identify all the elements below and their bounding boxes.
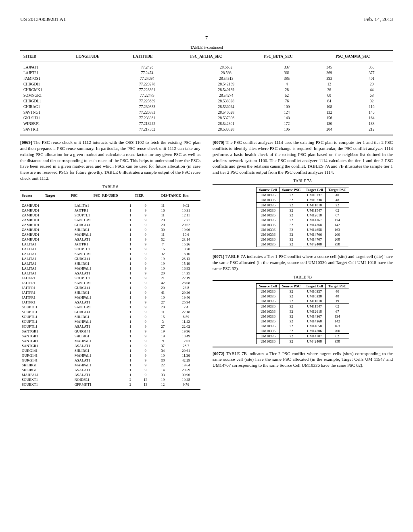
- para-0069: [0069] The PSC reuse check unit 1112 int…: [20, 139, 200, 181]
- table-row: UM1033632UM1101819: [257, 299, 349, 304]
- table-row: SOUPTL1ASALAT1192722.02: [20, 324, 200, 329]
- table-7a-title: TABLE 7A: [213, 179, 393, 183]
- col-header: PSC_GAMMA_SEC: [313, 54, 393, 59]
- col-header: DIS-TANCE_Km: [149, 193, 200, 198]
- table-row: SOUPTL1SANTGR119207.4: [20, 305, 200, 310]
- table-row: ZAMRUD1SHLIBG1193019.96: [20, 227, 200, 232]
- para-num: [0071]: [213, 254, 224, 259]
- table-row: ZAMRUD1SANTGR1192017.77: [20, 218, 200, 222]
- para-text: The PSC conflict analyzer 1114 uses the …: [213, 140, 393, 175]
- para-text: TABLE 7B indicates a Tier 2 PSC conflict…: [213, 351, 393, 368]
- table-row: UM1033632UM1261867: [257, 213, 349, 218]
- table-row: UM1033632UM1033740: [257, 289, 349, 294]
- table-row: CHIRAG177.23083328.536694100108116: [20, 104, 393, 110]
- table-row: SANTGR1MAHPAL119912.03: [20, 339, 200, 343]
- table-row: SOUEXT1GFRMKT1213129.76: [20, 382, 200, 387]
- table-row: SOUPTL1GURG141191122.18: [20, 310, 200, 314]
- col-header: Source PSC: [280, 187, 303, 193]
- table-row: UM1033632UM14706200: [257, 232, 349, 237]
- table-row: LALITA1SHLIBG1191915.19: [20, 261, 200, 266]
- table-row: SHLIBG1MAHPAL1192219.64: [20, 363, 200, 368]
- table-row: LALITA1SANTGR1193218.16: [20, 251, 200, 256]
- table-row: CHRGDL177.22563928.538028768492: [20, 98, 393, 104]
- table-7a: TABLE 7A Source CellSource PSCTarget Cel…: [213, 179, 393, 250]
- table-row: SOUPTL1MAHPAL119311.42: [20, 319, 200, 324]
- table-row: UM1033632UM1101832: [257, 203, 349, 208]
- table-row: UM1033632UM14367134: [257, 218, 349, 222]
- table-row: UM1033632UM1033848: [257, 294, 349, 299]
- pub-number: US 2013/0039281 A1: [20, 16, 66, 23]
- para-text: The PSC reuse check unit 1112 interacts …: [20, 140, 200, 181]
- col-header: Source PSC: [280, 283, 303, 289]
- table-row: UM1033632UM14368142: [257, 319, 349, 324]
- table-row: ZAMRUD1MAHPAL1191110.6: [20, 232, 200, 237]
- table-row: LALITA1GURG141191928.13: [20, 256, 200, 261]
- para-0071: [0071] TABLE 7A indicates a Tier 1 PSC c…: [213, 254, 393, 272]
- table-row: GURG141SHLIBG1193429.61: [20, 348, 200, 353]
- col-header: TIER: [129, 193, 149, 198]
- para-text: TABLE 7A indicates a Tier 1 PSC conflict…: [213, 254, 393, 271]
- table-row: ZAMRUD1GURG141192020.62: [20, 222, 200, 227]
- col-header: Target PSC: [326, 187, 349, 193]
- page-number: 7: [20, 35, 393, 41]
- table-5: TABLE 5-continued SITEIDLONGITUDELATITUD…: [20, 45, 393, 135]
- table-row: UM1033632UM1154762: [257, 208, 349, 213]
- table-row: LALITA1ASALAT1192014.35: [20, 271, 200, 276]
- col-header: SITEID: [20, 54, 58, 59]
- table-row: JAITPR1MAHPAL1191019.46: [20, 295, 200, 300]
- table-row: WINSRP177.21822228.542361172180188: [20, 121, 393, 127]
- table-6-title: TABLE 6: [20, 185, 200, 189]
- col-header: PSC: [66, 193, 83, 198]
- table-row: SHLIBG1ASALAT1191420.59: [20, 368, 200, 372]
- col-header: Target: [43, 193, 65, 198]
- table-row: GURG141ASALAT1193842.29: [20, 358, 200, 363]
- table-row: UM1033632UM1470762: [257, 333, 349, 339]
- table-row: JAITPR1SANTGR1194228.08: [20, 281, 200, 285]
- col-header: Source Cell: [257, 187, 280, 193]
- table-row: UM1033632UM14658163: [257, 227, 349, 232]
- table-row: UM1033632UM42408358: [257, 339, 349, 344]
- col-header: Target Cell: [303, 283, 326, 289]
- table-row: UM1033632UM42408358: [257, 242, 349, 247]
- table-row: UM1033632UM14706200: [257, 328, 349, 334]
- table-row: ZAMRUD1JAITPR1191610.31: [20, 208, 200, 213]
- table-row: CHRGDI177.22927828.54213941220: [20, 81, 393, 87]
- col-header: LATITUDE: [117, 54, 169, 59]
- table-row: SOMNGR177.2247528.54274526068: [20, 93, 393, 98]
- table-row: UM1033632UM1033740: [257, 193, 349, 198]
- table-row: UM1033632UM14658163: [257, 324, 349, 328]
- table-7b: TABLE 7B Source CellSource PSCTarget Cel…: [213, 275, 393, 347]
- table-row: ZAMRUD1ASALAT1193223.14: [20, 237, 200, 242]
- table-row: ZAMRUD1SOUPTL1191112.11: [20, 213, 200, 218]
- col-header: PSC_BETA_SEC: [244, 54, 313, 59]
- table-row: GURG141MAHPAL1191011.36: [20, 353, 200, 358]
- table-7b-title: TABLE 7B: [213, 275, 393, 279]
- col-header: Target Cell: [303, 187, 326, 193]
- table-row: LAJPT2177.247428.566361369377: [20, 70, 393, 76]
- col-header: PSC_APLHA_SEC: [169, 54, 244, 59]
- table-row: JAITPR1GURG141192026.8: [20, 285, 200, 290]
- table-row: PAMPOS177.2469428.54513385393401: [20, 76, 393, 81]
- para-num: [0069]: [20, 140, 32, 145]
- col-header: Source Cell: [257, 283, 280, 289]
- table-row: JAITPR1SHLIBG1194129.36: [20, 290, 200, 295]
- table-row: UM1033632UM1261867: [257, 309, 349, 314]
- table-row: LALITA1MAHPAL1191016.93: [20, 266, 200, 271]
- table-row: UM1033632UM14707208: [257, 237, 349, 242]
- table-row: JAITPR1SOUPTL1192122.19: [20, 276, 200, 281]
- table-row: SANTGR1SHLIBG1191910.49: [20, 334, 200, 339]
- table-row: CHRGMK177.22836128.540139283644: [20, 87, 393, 93]
- col-header: LONGITUDE: [58, 54, 117, 59]
- page-header: US 2013/0039281 A1 Feb. 14, 2013: [20, 16, 393, 23]
- table-row: UM1033632UM1154762: [257, 303, 349, 309]
- para-num: [0072]: [213, 351, 224, 356]
- table-row: ZAMRUD1LALITA119119.02: [20, 203, 200, 208]
- table-row: LALITA1SOUPTL1191610.78: [20, 247, 200, 251]
- table-row: MAHPAL1ASALAT1193330.96: [20, 372, 200, 377]
- table-5-title: TABLE 5-continued: [20, 45, 393, 50]
- table-row: SANTGR1ASALAT1193728.7: [20, 343, 200, 348]
- para-0070: [0070] The PSC conflict analyzer 1114 us…: [213, 139, 393, 175]
- table-row: GKLSH3177.23836128.537306148156164: [20, 115, 393, 121]
- table-row: SOUPTL1SHLIBG119158.59: [20, 314, 200, 319]
- para-0072: [0072] TABLE 7B indicates a Tier 2 PSC c…: [213, 351, 393, 369]
